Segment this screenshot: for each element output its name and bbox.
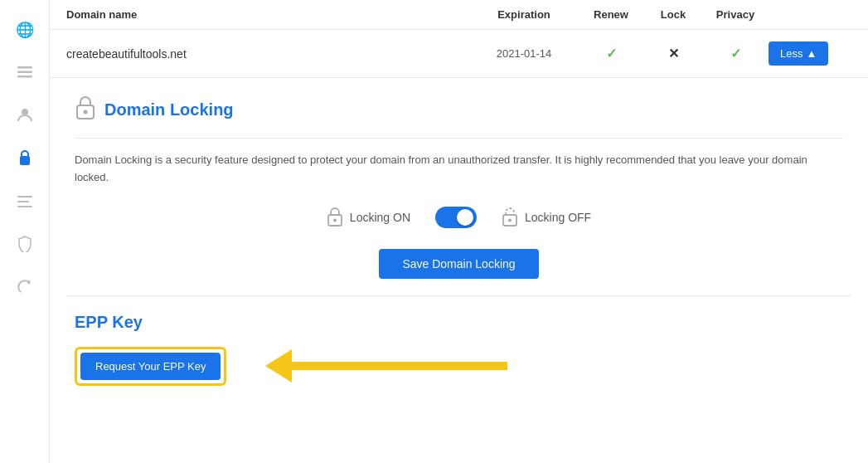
user-icon xyxy=(17,107,32,126)
shield-icon xyxy=(18,236,32,256)
sidebar-item-user[interactable] xyxy=(0,95,49,138)
domain-expiration: 2021-01-14 xyxy=(470,47,578,60)
header-domain: Domain name xyxy=(66,8,470,21)
save-domain-locking-button[interactable]: Save Domain Locking xyxy=(379,249,538,279)
locking-controls: Locking ON Lock xyxy=(75,207,843,229)
menu-icon xyxy=(17,194,32,212)
locking-on-text: Locking ON xyxy=(350,211,410,224)
arrow-shaft xyxy=(292,362,507,370)
locking-on-label-group: Locking ON xyxy=(327,207,410,229)
svg-rect-2 xyxy=(17,76,32,78)
arrow-head xyxy=(265,349,292,383)
arrow-body xyxy=(265,349,507,383)
sidebar-item-refresh[interactable] xyxy=(0,267,49,310)
sidebar-item-shield[interactable] xyxy=(0,224,49,267)
lock-x-icon: ✕ xyxy=(668,46,679,61)
domain-locking-title-row: Domain Locking xyxy=(75,95,843,124)
locking-toggle[interactable] xyxy=(435,207,477,228)
domain-lock: ✕ xyxy=(644,46,702,61)
privacy-check-icon: ✓ xyxy=(730,46,741,61)
svg-rect-0 xyxy=(17,66,32,69)
less-button[interactable]: Less ▲ xyxy=(769,41,828,66)
svg-point-9 xyxy=(84,110,88,115)
svg-rect-6 xyxy=(17,201,29,202)
svg-rect-1 xyxy=(17,71,32,73)
domain-renew: ✓ xyxy=(578,46,644,61)
header-expiration: Expiration xyxy=(470,8,578,21)
domain-name: createbeautifultools.net xyxy=(66,47,470,61)
svg-point-11 xyxy=(333,218,337,222)
svg-point-13 xyxy=(508,218,512,222)
domain-locking-description: Domain Locking is a security feature des… xyxy=(75,152,843,187)
lock-icon xyxy=(18,149,32,170)
expanded-panel: Domain Locking Domain Locking is a secur… xyxy=(50,78,868,463)
locking-on-lock-icon xyxy=(327,207,343,229)
chevron-up-icon: ▲ xyxy=(806,47,817,60)
domain-locking-title: Domain Locking xyxy=(104,100,234,119)
header-privacy: Privacy xyxy=(702,8,769,21)
locking-off-label-group: Locking OFF xyxy=(502,207,591,229)
sidebar-item-menu[interactable] xyxy=(0,181,49,224)
arrow-annotation xyxy=(265,349,507,383)
header-renew: Renew xyxy=(578,8,644,21)
request-epp-key-button[interactable]: Request Your EPP Key xyxy=(80,353,221,380)
sidebar-item-globe[interactable]: 🌐 xyxy=(0,8,49,51)
renew-check-icon: ✓ xyxy=(606,46,617,61)
epp-key-title: EPP Key xyxy=(75,313,843,332)
domain-locking-section: Domain Locking Domain Locking is a secur… xyxy=(66,78,851,296)
sidebar-item-lock[interactable] xyxy=(0,138,49,181)
epp-highlight-box: Request Your EPP Key xyxy=(75,347,226,386)
svg-rect-7 xyxy=(17,206,32,207)
main-content: Domain name Expiration Renew Lock Privac… xyxy=(50,0,868,463)
sidebar: 🌐 xyxy=(0,0,50,463)
toggle-thumb xyxy=(457,209,473,226)
table-header: Domain name Expiration Renew Lock Privac… xyxy=(50,0,868,30)
domain-action: Less ▲ xyxy=(769,41,851,66)
header-lock: Lock xyxy=(644,8,702,21)
toggle-track xyxy=(435,207,477,228)
domain-locking-lock-icon xyxy=(75,95,96,124)
locking-off-text: Locking OFF xyxy=(525,211,591,224)
domain-privacy: ✓ xyxy=(702,46,769,61)
locking-off-lock-icon xyxy=(502,207,518,229)
refresh-icon xyxy=(17,280,32,299)
svg-point-3 xyxy=(22,109,28,115)
domain-row: createbeautifultools.net 2021-01-14 ✓ ✕ … xyxy=(50,30,868,78)
svg-rect-5 xyxy=(17,196,32,197)
epp-key-section: EPP Key Request Your EPP Key xyxy=(66,296,851,402)
list-icon xyxy=(17,65,32,82)
sidebar-item-list[interactable] xyxy=(0,51,49,95)
svg-rect-4 xyxy=(20,156,30,165)
globe-icon: 🌐 xyxy=(16,21,34,39)
